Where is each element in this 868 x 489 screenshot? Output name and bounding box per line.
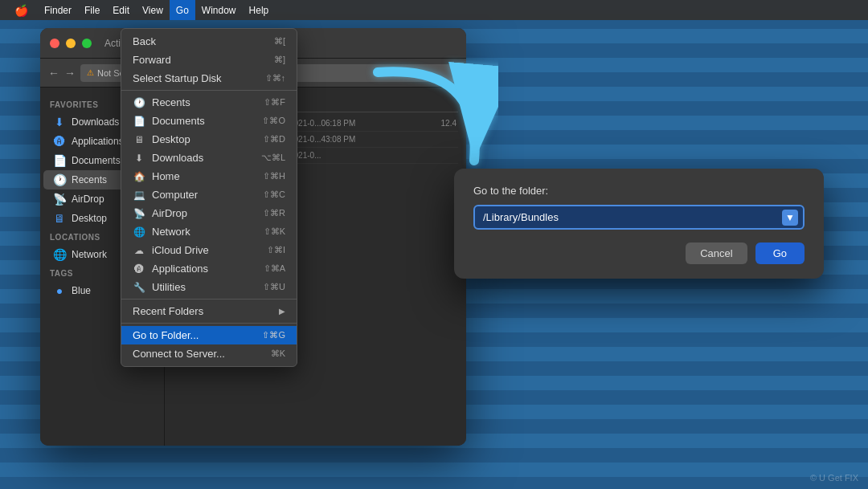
menu-airdrop-shortcut: ⇧⌘R xyxy=(263,208,285,218)
menu-finder[interactable]: Finder xyxy=(38,0,78,20)
menu-item-network[interactable]: 🌐 Network ⇧⌘K xyxy=(121,222,297,241)
menu-item-downloads[interactable]: ⬇ Downloads ⌥⌘L xyxy=(121,149,297,167)
airdrop-icon: 📡 xyxy=(53,193,66,206)
desktop-icon: 🖥 xyxy=(53,212,66,225)
menu-connect-server-label: Connect to Server... xyxy=(133,348,264,360)
sidebar-airdrop-label: AirDrop xyxy=(72,194,104,205)
menu-item-applications[interactable]: 🅐 Applications ⇧⌘A xyxy=(121,259,297,278)
go-button[interactable]: Go xyxy=(755,242,805,264)
menu-item-computer[interactable]: 💻 Computer ⇧⌘C xyxy=(121,185,297,204)
menu-utilities-shortcut: ⇧⌘U xyxy=(263,282,285,292)
menu-connect-shortcut: ⌘K xyxy=(271,348,285,359)
dialog-title: Go to the folder: xyxy=(473,185,805,197)
sidebar-desktop-label: Desktop xyxy=(72,213,107,224)
menu-edit[interactable]: Edit xyxy=(106,0,136,20)
icloud-menu-icon: ☁ xyxy=(133,245,145,256)
menu-separator xyxy=(121,90,297,91)
menu-item-recents[interactable]: 🕐 Recents ⇧⌘F xyxy=(121,93,297,112)
menu-forward-label: Forward xyxy=(133,54,268,66)
minimize-button[interactable] xyxy=(66,39,76,48)
airdrop-menu-icon: 📡 xyxy=(133,208,145,219)
desktop-menu-icon: 🖥 xyxy=(133,134,145,145)
lock-icon: ⚠ xyxy=(87,68,94,77)
menu-item-back[interactable]: Back ⌘[ xyxy=(121,32,297,51)
go-menu: Back ⌘[ Forward ⌘] Select Startup Disk ⇧… xyxy=(121,28,297,367)
menu-documents-shortcut: ⇧⌘O xyxy=(262,116,285,126)
home-menu-icon: 🏠 xyxy=(133,171,145,182)
sidebar-applications-label: Applications xyxy=(72,136,124,147)
menu-recents-shortcut: ⇧⌘F xyxy=(264,97,285,108)
maximize-button[interactable] xyxy=(82,39,92,48)
recents-menu-icon: 🕐 xyxy=(133,97,145,108)
submenu-arrow-icon: ▶ xyxy=(279,307,285,316)
menu-item-home[interactable]: 🏠 Home ⇧⌘H xyxy=(121,167,297,185)
menu-downloads-label: Downloads xyxy=(152,152,255,164)
menu-item-forward[interactable]: Forward ⌘] xyxy=(121,51,297,69)
menu-item-recent-folders[interactable]: Recent Folders ▶ xyxy=(121,302,297,320)
folder-path-input[interactable] xyxy=(473,205,805,230)
menu-item-utilities[interactable]: 🔧 Utilities ⇧⌘U xyxy=(121,278,297,296)
network-icon: 🌐 xyxy=(53,248,66,261)
downloads-menu-icon: ⬇ xyxy=(133,153,145,164)
menu-item-connect-server[interactable]: Connect to Server... ⌘K xyxy=(121,344,297,363)
dialog-input-wrapper: ▼ xyxy=(473,205,805,230)
menu-item-startup[interactable]: Select Startup Disk ⇧⌘↑ xyxy=(121,69,297,88)
back-button[interactable]: ← xyxy=(48,67,59,79)
menu-recents-label: Recents xyxy=(152,96,257,108)
goto-folder-dialog: Go to the folder: ▼ Cancel Go xyxy=(454,169,824,279)
menu-computer-shortcut: ⇧⌘C xyxy=(263,189,285,200)
menu-item-goto-folder[interactable]: Go to Folder... ⇧⌘G xyxy=(121,326,297,344)
menu-startup-label: Select Startup Disk xyxy=(133,72,259,84)
menu-recent-folders-label: Recent Folders xyxy=(133,305,272,317)
apple-menu[interactable]: 🍎 xyxy=(8,0,35,20)
menu-icloud-shortcut: ⇧⌘I xyxy=(267,245,285,255)
menu-window[interactable]: Window xyxy=(195,0,243,20)
menu-home-shortcut: ⇧⌘H xyxy=(263,171,285,181)
menu-view[interactable]: View xyxy=(136,0,170,20)
dialog-buttons: Cancel Go xyxy=(473,242,805,264)
sidebar-recents-label: Recents xyxy=(72,174,107,185)
menu-item-icloud[interactable]: ☁ iCloud Drive ⇧⌘I xyxy=(121,241,297,259)
menu-home-label: Home xyxy=(152,170,256,182)
watermark: © U Get FIX xyxy=(810,473,858,483)
menu-utilities-label: Utilities xyxy=(152,281,256,293)
menu-separator-3 xyxy=(121,323,297,324)
recents-icon: 🕐 xyxy=(53,173,66,186)
menu-item-documents[interactable]: 📄 Documents ⇧⌘O xyxy=(121,112,297,130)
menu-network-label: Network xyxy=(152,226,257,238)
menu-icloud-label: iCloud Drive xyxy=(152,244,260,256)
utilities-menu-icon: 🔧 xyxy=(133,282,145,293)
menu-downloads-shortcut: ⌥⌘L xyxy=(261,153,285,163)
sidebar-network-label: Network xyxy=(72,249,107,260)
close-button[interactable] xyxy=(50,39,59,48)
menu-applications-label: Applications xyxy=(152,263,257,275)
sidebar-documents-label: Documents xyxy=(72,155,121,166)
menu-airdrop-label: AirDrop xyxy=(152,207,256,219)
menu-goto-folder-label: Go to Folder... xyxy=(133,329,256,341)
applications-menu-icon: 🅐 xyxy=(133,263,145,275)
menu-help[interactable]: Help xyxy=(243,0,276,20)
documents-menu-icon: 📄 xyxy=(133,116,145,127)
forward-button[interactable]: → xyxy=(64,67,76,79)
menu-applications-shortcut: ⇧⌘A xyxy=(264,263,285,274)
sidebar-tag-blue-label: Blue xyxy=(72,285,91,296)
menu-goto-shortcut: ⇧⌘G xyxy=(262,330,285,340)
documents-icon: 📄 xyxy=(53,154,66,167)
menu-item-desktop[interactable]: 🖥 Desktop ⇧⌘D xyxy=(121,130,297,149)
menu-computer-label: Computer xyxy=(152,189,256,201)
menu-startup-shortcut: ⇧⌘↑ xyxy=(265,73,286,84)
menu-file[interactable]: File xyxy=(78,0,106,20)
menu-desktop-shortcut: ⇧⌘D xyxy=(263,134,285,145)
menu-forward-shortcut: ⌘] xyxy=(274,55,285,65)
network-menu-icon: 🌐 xyxy=(133,226,145,238)
downloads-icon: ⬇ xyxy=(53,116,66,128)
menu-go[interactable]: Go xyxy=(170,0,195,20)
menu-documents-label: Documents xyxy=(152,115,256,127)
menu-back-label: Back xyxy=(133,35,268,47)
cancel-button[interactable]: Cancel xyxy=(686,242,747,264)
input-dropdown-arrow[interactable]: ▼ xyxy=(782,210,798,226)
tag-blue-icon: ● xyxy=(53,284,66,297)
menu-network-shortcut: ⇧⌘K xyxy=(264,226,285,237)
menu-item-airdrop[interactable]: 📡 AirDrop ⇧⌘R xyxy=(121,204,297,222)
computer-menu-icon: 💻 xyxy=(133,189,145,201)
